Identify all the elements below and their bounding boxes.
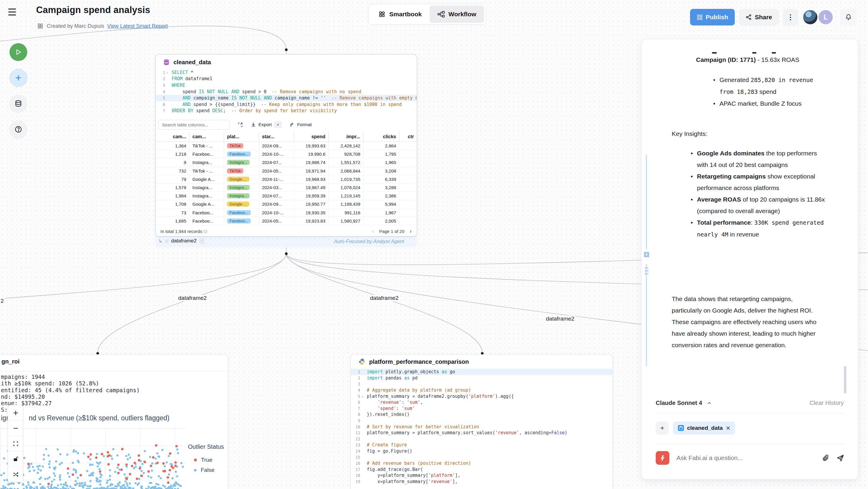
scatter-plot[interactable] bbox=[0, 426, 186, 489]
code-line: 12 bbox=[351, 436, 613, 442]
edge-label-dataframe2: dataframe2 bbox=[177, 295, 208, 301]
page-next-button[interactable]: › bbox=[410, 228, 411, 235]
share-icon bbox=[745, 14, 752, 21]
add-context-button[interactable]: + bbox=[656, 422, 669, 434]
auto-focus-label: Auto-Focused by Analyst Agent bbox=[334, 239, 404, 245]
node-platform-performance[interactable]: platform_performance_comparison 1import … bbox=[350, 354, 613, 489]
export-button[interactable]: Export ▾ bbox=[251, 121, 282, 128]
output-port-name[interactable]: dataframe2 bbox=[171, 238, 196, 244]
column-header[interactable]: plat... bbox=[224, 132, 259, 142]
column-header[interactable]: impr... bbox=[329, 132, 364, 142]
search-table-columns-input[interactable] bbox=[158, 120, 230, 130]
table-header-row: cam...cam...plat...star...spendimpr...cl… bbox=[156, 132, 416, 142]
more-options-button[interactable]: ⋮ bbox=[783, 9, 798, 26]
export-dropdown-chevron[interactable]: ▾ bbox=[274, 121, 282, 128]
publish-button[interactable]: Publish bbox=[690, 9, 735, 26]
clipped-text-remnant bbox=[772, 52, 776, 54]
python-editor[interactable]: 1import plotly.graph_objects as go2impor… bbox=[351, 367, 613, 485]
column-header[interactable]: clicks bbox=[364, 132, 399, 142]
info-icon bbox=[204, 230, 208, 234]
format-button[interactable]: Format bbox=[289, 122, 312, 127]
run-workflow-button[interactable] bbox=[9, 43, 27, 61]
table-row: 79Google A...Google ...2024-11-...19,968… bbox=[156, 175, 416, 184]
zoom-in-button[interactable] bbox=[8, 405, 23, 420]
clipped-text-remnant bbox=[752, 52, 756, 54]
table-cell: 1,219,145 bbox=[329, 192, 364, 200]
assistant-panel: Campaign (ID: 1771) - 15.63x ROAS •Gener… bbox=[641, 39, 858, 480]
code-line: 2import pandas as pd bbox=[351, 375, 613, 381]
page-prev-button[interactable]: ‹ bbox=[372, 228, 374, 235]
share-button[interactable]: Share bbox=[739, 9, 779, 26]
share-label: Share bbox=[755, 13, 772, 21]
table-cell: 1,364 bbox=[156, 142, 189, 150]
sql-editor[interactable]: 1⌄SELECT *2FROM dataframe13WHERE4 spend … bbox=[156, 67, 417, 114]
model-selector[interactable]: Claude Sonnet 4 bbox=[656, 400, 712, 406]
tab-smartbook[interactable]: Smartbook bbox=[370, 6, 430, 23]
table-cell: 2,386 bbox=[364, 192, 399, 200]
key-insights-label: Key Insights: bbox=[672, 128, 707, 140]
shuffle-layout-button[interactable] bbox=[8, 467, 23, 482]
zoom-out-button[interactable] bbox=[8, 421, 23, 436]
expand-table-icon[interactable] bbox=[238, 122, 243, 128]
node-campaign-roi[interactable]: gn_roi mpaigns: 1944 ith ≥$10k spend: 10… bbox=[0, 354, 228, 489]
tab-workflow[interactable]: Workflow bbox=[430, 6, 484, 23]
workflow-canvas[interactable]: dataframe2 dataframe2 dataframe2 2 Campa… bbox=[0, 0, 868, 489]
code-line: 5 AND campaign_name IS NOT NULL AND camp… bbox=[156, 95, 417, 101]
table-cell: Google A... bbox=[189, 175, 224, 183]
page-title: Campaign spend analysis bbox=[36, 5, 150, 16]
column-header[interactable]: cam... bbox=[189, 132, 224, 142]
add-node-button[interactable] bbox=[9, 69, 27, 87]
clear-history-button[interactable]: Clear History bbox=[809, 400, 844, 406]
publish-label: Publish bbox=[706, 13, 728, 21]
insight-bullets: •Google Ads dominates the top performers… bbox=[691, 147, 827, 240]
table-cell: 6,339 bbox=[364, 175, 399, 183]
campaign-highlight-line: Campaign (ID: 1771) - 15.63x ROAS bbox=[696, 54, 844, 65]
bullet-item: •APAC market, Bundle Z focus bbox=[713, 98, 829, 109]
table-cell: 2024-07... bbox=[259, 192, 294, 200]
remove-context-icon[interactable]: ✕ bbox=[725, 425, 730, 432]
download-icon bbox=[251, 122, 256, 127]
bullet-item: •Generated 285,820 in revenue from 18,28… bbox=[713, 74, 829, 98]
legend-item-true[interactable]: True bbox=[194, 457, 212, 463]
scrollbar-thumb[interactable] bbox=[844, 366, 846, 393]
send-icon[interactable] bbox=[836, 454, 844, 462]
table-cell: 1,578 bbox=[156, 184, 189, 191]
table-cell: Instagra... bbox=[189, 158, 224, 166]
table-cell: 2024-10-... bbox=[259, 209, 294, 217]
help-button[interactable] bbox=[9, 120, 27, 138]
attach-file-icon[interactable] bbox=[822, 454, 830, 462]
node-title: platform_performance_comparison bbox=[369, 359, 469, 365]
lock-button[interactable] bbox=[8, 451, 23, 466]
table-cell: 2024-03... bbox=[259, 184, 294, 191]
avatar-initial[interactable]: L bbox=[818, 9, 834, 25]
table-row: 1,685Faceboo...Faceboo...2024-05...19,92… bbox=[156, 217, 416, 225]
table-row: 1,218Faceboo...Faceboo...2024-10-...19,9… bbox=[156, 150, 416, 158]
avatar-photo[interactable] bbox=[802, 9, 818, 25]
menu-icon[interactable] bbox=[6, 6, 19, 18]
drag-handle-icon[interactable] bbox=[644, 266, 649, 275]
column-header[interactable]: spend bbox=[294, 132, 329, 142]
node-cleaned-data[interactable]: SQL cleaned_data 1⌄SELECT *2FROM datafra… bbox=[155, 54, 417, 237]
code-line: 2FROM dataframe1 bbox=[156, 76, 417, 82]
data-sources-button[interactable] bbox=[9, 95, 27, 113]
column-header[interactable]: star... bbox=[259, 132, 294, 142]
fit-view-button[interactable] bbox=[8, 436, 23, 451]
column-header[interactable]: ctr bbox=[399, 132, 417, 142]
atom-icon bbox=[378, 10, 386, 18]
view-smart-report-link[interactable]: View Latest Smart Report bbox=[107, 23, 168, 29]
table-cell: 2024-07... bbox=[259, 158, 294, 166]
table-cell: 732 bbox=[156, 167, 189, 175]
context-chip-cleaned-data[interactable]: cleaned_data ✕ bbox=[673, 422, 735, 434]
output-arrow-icon: ↳ bbox=[158, 238, 162, 244]
column-header[interactable]: cam... bbox=[156, 132, 189, 142]
port-menu-badge[interactable]: ⁝ bbox=[199, 238, 205, 244]
ask-fabi-input[interactable] bbox=[676, 454, 815, 462]
analyst-atom-icon[interactable] bbox=[643, 251, 650, 258]
table-cell bbox=[399, 150, 417, 158]
assistant-paragraph: The data shows that retargeting campaign… bbox=[672, 293, 823, 351]
notifications-button[interactable] bbox=[840, 9, 857, 26]
table-cell: 2024-11-... bbox=[259, 175, 294, 183]
table-cell: Instagra... bbox=[189, 184, 224, 191]
legend-item-false[interactable]: False bbox=[194, 467, 214, 473]
code-line: 5⌄platform_summary = dataframe2.groupby(… bbox=[351, 393, 613, 399]
